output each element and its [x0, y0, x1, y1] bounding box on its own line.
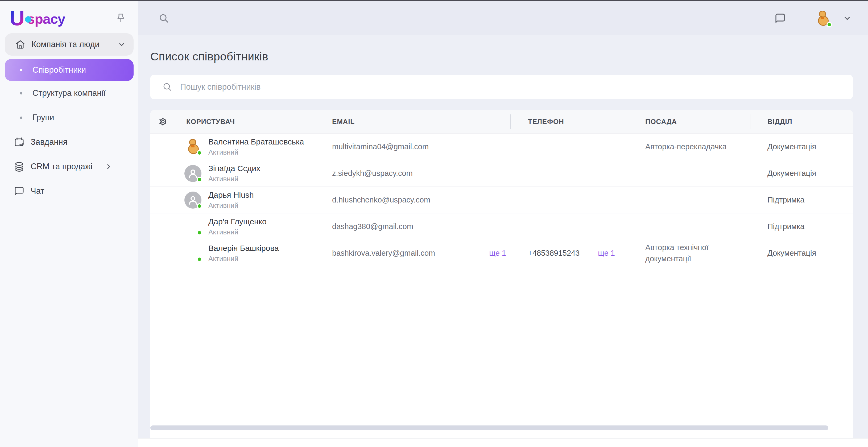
- online-status-dot: [197, 150, 202, 156]
- user-status: Активний: [208, 228, 267, 236]
- user-name[interactable]: Дар'я Глущенко: [208, 217, 267, 226]
- sidebar-item-label: Чат: [31, 186, 44, 196]
- column-label: EMAIL: [332, 118, 355, 126]
- sidebar-item-groups[interactable]: Групи: [5, 105, 133, 130]
- sidebar-item-label: CRM та продажі: [31, 162, 92, 171]
- phone-more-link[interactable]: ще 1: [598, 249, 615, 258]
- table-row[interactable]: Валерія Башкірова Активний bashkirova.va…: [150, 240, 853, 266]
- main-content: Список співробітників: [138, 35, 868, 447]
- bullet-icon: [20, 92, 22, 94]
- user-status: Активний: [208, 148, 304, 156]
- department-cell: Документація: [750, 142, 853, 151]
- column-header-phone[interactable]: ТЕЛЕФОН: [510, 110, 628, 133]
- online-status-dot: [197, 203, 202, 209]
- logo-dot: [25, 16, 31, 23]
- crm-stack-icon: [13, 161, 25, 172]
- column-label: ПОСАДА: [645, 118, 677, 126]
- table-row[interactable]: Зінаїда Сєдих Активний z.siedykh@uspacy.…: [150, 160, 853, 187]
- sidebar-item-employees[interactable]: Співробітники: [5, 59, 133, 81]
- sidebar-item-label: Групи: [32, 113, 54, 122]
- email-cell: multivitamina04@gmail.com: [324, 142, 510, 151]
- messenger-bubble-icon: [774, 12, 787, 25]
- page-title: Список співробітників: [150, 50, 853, 63]
- position-cell: Авторка-перекладачка: [628, 141, 750, 152]
- global-search-button[interactable]: [158, 12, 170, 25]
- scrollbar-thumb[interactable]: [150, 425, 828, 430]
- column-label: ТЕЛЕФОН: [528, 118, 564, 126]
- email-cell: d.hlushchenko@uspacy.com: [324, 196, 510, 204]
- department-cell: Документація: [750, 249, 853, 258]
- sidebar: U spacy Компанія та люди: [0, 1, 138, 447]
- online-status-dot: [197, 177, 202, 182]
- user-name[interactable]: Зінаїда Сєдих: [208, 164, 260, 173]
- table-settings-button[interactable]: [157, 116, 169, 127]
- bullet-icon: [20, 117, 22, 119]
- home-icon: [14, 39, 26, 50]
- user-cell: Дар'я Глущенко Активний: [150, 217, 324, 236]
- email-value[interactable]: d.hlushchenko@uspacy.com: [332, 196, 430, 204]
- pin-icon: [115, 12, 127, 24]
- user-cell: Зінаїда Сєдих Активний: [150, 164, 324, 183]
- user-cell: Валерія Башкірова Активний: [150, 244, 324, 263]
- user-name[interactable]: Валентина Браташевська: [208, 137, 304, 146]
- email-cell: bashkirova.valery@gmail.com ще 1: [324, 249, 510, 258]
- employee-search-input[interactable]: [180, 82, 844, 92]
- user-status: Активний: [208, 201, 254, 210]
- table-footer-strip: [138, 438, 868, 447]
- column-label[interactable]: КОРИСТУВАЧ: [186, 118, 235, 126]
- profile-menu-button[interactable]: [842, 13, 852, 24]
- column-header-position[interactable]: ПОСАДА: [628, 110, 750, 133]
- employee-search-bar: [150, 75, 853, 99]
- email-value[interactable]: multivitamina04@gmail.com: [332, 142, 429, 151]
- calendar-check-icon: [13, 136, 25, 148]
- messenger-button[interactable]: [773, 11, 787, 25]
- user-name[interactable]: Дарья Hlush: [208, 191, 254, 199]
- sidebar-item-crm[interactable]: CRM та продажі: [5, 154, 133, 179]
- email-cell: z.siedykh@uspacy.com: [324, 169, 510, 178]
- email-more-link[interactable]: ще 1: [489, 249, 506, 258]
- online-status-dot: [197, 256, 202, 262]
- table-row[interactable]: Валентина Браташевська Активний multivit…: [150, 133, 853, 160]
- avatar: [184, 192, 202, 209]
- sidebar-item-company-structure[interactable]: Структура компанії: [5, 81, 133, 105]
- online-status-dot: [197, 230, 202, 235]
- email-value[interactable]: dashag380@gmail.com: [332, 222, 413, 231]
- sidebar-item-tasks[interactable]: Завдання: [5, 130, 133, 154]
- chat-bubble-icon: [13, 185, 25, 197]
- phone-cell: +48538915243 ще 1: [510, 249, 628, 258]
- chevron-down-icon: [118, 40, 126, 49]
- avatar: [184, 165, 202, 182]
- table-row[interactable]: Дарья Hlush Активний d.hlushchenko@uspac…: [150, 187, 853, 213]
- email-cell: dashag380@gmail.com: [324, 222, 510, 231]
- email-value[interactable]: z.siedykh@uspacy.com: [332, 169, 413, 178]
- column-header-email[interactable]: EMAIL: [324, 110, 510, 133]
- avatar: [184, 245, 202, 262]
- user-status: Активний: [208, 175, 260, 183]
- column-label: ВІДДІЛ: [767, 118, 792, 126]
- column-header-department[interactable]: ВІДДІЛ: [750, 110, 853, 133]
- sidebar-section-label: Компанія та люди: [31, 40, 99, 49]
- sidebar-item-label: Структура компанії: [32, 88, 106, 98]
- position-cell: Авторка технічної документації: [628, 242, 750, 264]
- sidebar-pin-button[interactable]: [115, 12, 127, 25]
- department-cell: Документація: [750, 169, 853, 178]
- uspacy-logo[interactable]: U spacy: [9, 9, 65, 27]
- logo-wordmark: spacy: [27, 12, 65, 27]
- topbar: [138, 1, 868, 35]
- user-cell: Валентина Браташевська Активний: [150, 137, 324, 156]
- sidebar-section-company-and-people[interactable]: Компанія та люди: [5, 33, 133, 56]
- table-row[interactable]: Дар'я Глущенко Активний dashag380@gmail.…: [150, 213, 853, 240]
- window-top-strip: [0, 0, 868, 1]
- sidebar-nav: Компанія та люди Співробітники Структура…: [0, 33, 138, 203]
- sidebar-item-chat[interactable]: Чат: [5, 179, 133, 203]
- chevron-right-icon: [105, 163, 113, 170]
- user-status: Активний: [208, 255, 279, 263]
- logo-u-glyph: U: [9, 9, 25, 27]
- profile-avatar[interactable]: [814, 9, 831, 27]
- sidebar-item-label: Співробітники: [32, 65, 86, 75]
- department-cell: Підтримка: [750, 196, 853, 204]
- email-value[interactable]: bashkirova.valery@gmail.com: [332, 249, 435, 258]
- employees-table-card: КОРИСТУВАЧ EMAIL ТЕЛЕФОН ПОСАДА ВІДДІЛ В…: [150, 110, 853, 438]
- user-name[interactable]: Валерія Башкірова: [208, 244, 279, 253]
- phone-value[interactable]: +48538915243: [528, 249, 580, 258]
